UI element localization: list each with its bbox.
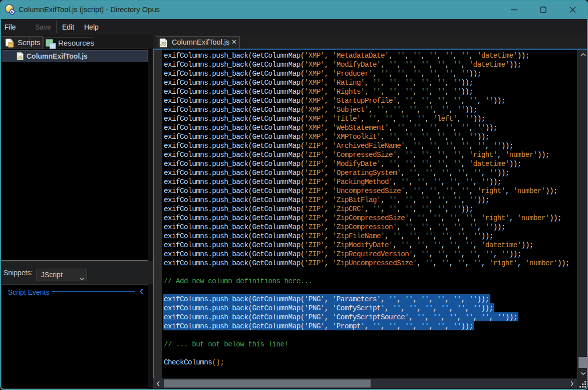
svg-text:JS: JS xyxy=(17,55,23,60)
svg-text:JS: JS xyxy=(160,41,167,47)
